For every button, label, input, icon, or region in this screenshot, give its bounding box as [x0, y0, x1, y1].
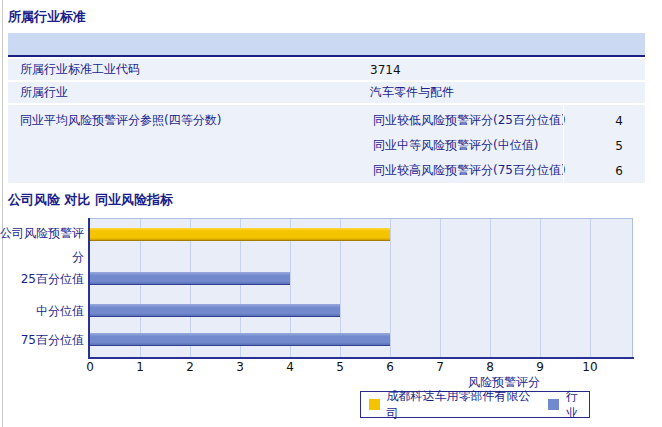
peer-score-value: 6 — [585, 164, 623, 178]
x-tick-label: 4 — [275, 360, 305, 374]
x-tick-label: 10 — [575, 360, 605, 374]
row-label: 同业平均风险预警评分参照(四等分数) — [8, 105, 362, 183]
x-tick-label: 6 — [375, 360, 405, 374]
x-tick-label: 1 — [125, 360, 155, 374]
row-label: 所属行业 — [8, 84, 362, 101]
category-label: 75百分位值 — [0, 332, 84, 348]
page-left-border — [2, 0, 3, 427]
x-tick-label: 2 — [175, 360, 205, 374]
category-label: 中分位值 — [0, 303, 84, 319]
gridline — [390, 219, 391, 358]
table-header-bar — [8, 33, 645, 55]
x-tick-label: 0 — [75, 360, 105, 374]
peer-score-item: 同业中等风险预警评分(中位值) 5 — [362, 133, 645, 158]
peer-score-label: 同业较低风险预警评分(25百分位值) — [362, 112, 585, 129]
table-header-divider — [8, 55, 645, 57]
column-divider — [563, 105, 564, 183]
peer-score-label: 同业中等风险预警评分(中位值) — [362, 137, 585, 154]
peer-score-label: 同业较高风险预警评分(75百分位值) — [362, 162, 585, 179]
chart-x-axis — [88, 357, 634, 359]
gridline — [540, 219, 541, 358]
gridline — [590, 219, 591, 358]
peer-score-list: 同业较低风险预警评分(25百分位值) 4 同业中等风险预警评分(中位值) 5 同… — [362, 105, 645, 183]
peer-score-value: 4 — [585, 114, 623, 128]
row-value: 3714 — [362, 63, 645, 77]
gridline — [490, 219, 491, 358]
x-tick-label: 3 — [225, 360, 255, 374]
row-label: 所属行业标准工业代码 — [8, 61, 362, 78]
legend-swatch-industry — [548, 399, 559, 410]
industry-section-title: 所属行业标准 — [8, 8, 86, 26]
x-tick-label: 9 — [525, 360, 555, 374]
legend-label-company: 成都科达车用零部件有限公司 — [387, 388, 536, 422]
peer-score-item: 同业较高风险预警评分(75百分位值) 6 — [362, 158, 645, 183]
bar-industry — [90, 333, 390, 346]
gridline — [440, 219, 441, 358]
legend-label-industry: 行业 — [566, 388, 589, 422]
category-label: 25百分位值 — [0, 271, 84, 287]
bar-industry — [90, 272, 290, 285]
legend-swatch-company — [369, 399, 380, 410]
bar-company — [90, 228, 390, 241]
table-row: 所属行业标准工业代码 3714 — [8, 59, 645, 80]
peer-score-item: 同业较低风险预警评分(25百分位值) 4 — [362, 108, 645, 133]
table-row-peer-scores: 同业平均风险预警评分参照(四等分数) 同业较低风险预警评分(25百分位值) 4 … — [8, 105, 645, 183]
peer-score-value: 5 — [585, 139, 623, 153]
x-tick-label: 8 — [475, 360, 505, 374]
chart-section-title: 公司风险 对比 同业风险指标 — [8, 191, 173, 209]
row-value: 汽车零件与配件 — [362, 84, 645, 101]
x-tick-label: 5 — [325, 360, 355, 374]
industry-table: 所属行业标准工业代码 3714 所属行业 汽车零件与配件 同业平均风险预警评分参… — [8, 33, 645, 183]
x-tick-label: 7 — [425, 360, 455, 374]
chart-legend: 成都科达车用零部件有限公司 行业 — [360, 391, 590, 418]
category-label: 公司风险预警评分 — [0, 221, 84, 269]
risk-report-page: 所属行业标准 所属行业标准工业代码 3714 所属行业 汽车零件与配件 同业平均… — [0, 0, 662, 427]
bar-industry — [90, 304, 340, 317]
table-row: 所属行业 汽车零件与配件 — [8, 82, 645, 103]
